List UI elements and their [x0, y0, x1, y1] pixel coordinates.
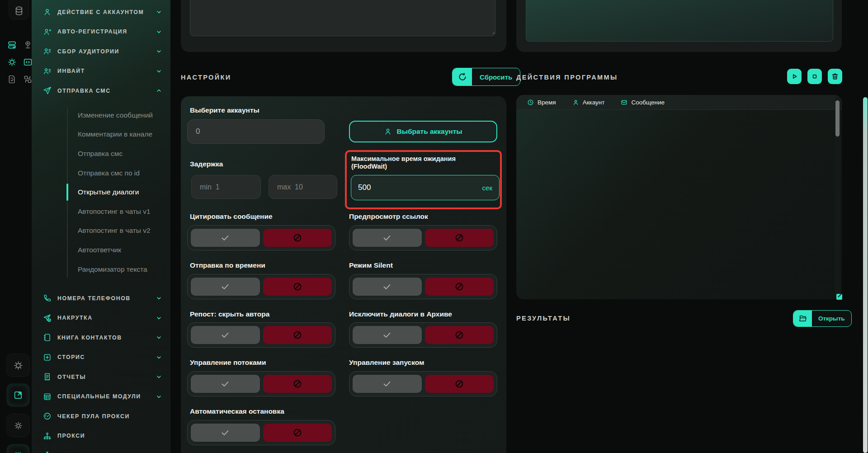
sidebar-item-invite[interactable]: ИНВАЙТ: [32, 61, 170, 81]
page-scrollbar-thumb[interactable]: [863, 97, 868, 453]
open-results-button[interactable]: Открыть: [793, 310, 852, 327]
submenu-item-autoresponder[interactable]: Автоответчик: [32, 241, 170, 260]
program-actions-table: Время Аккаунт Сообщение: [516, 95, 842, 299]
chevron-down-icon: [156, 28, 162, 35]
external-link-button[interactable]: [6, 383, 30, 407]
delay-max-input[interactable]: [269, 175, 337, 199]
stop-button[interactable]: [807, 69, 822, 84]
toggle-on-option[interactable]: [353, 229, 422, 247]
toggle-on-option[interactable]: [191, 229, 260, 247]
ban-icon: [454, 282, 464, 292]
sidebar-item-label: НАКРУТКА: [57, 315, 150, 321]
gear-icon[interactable]: [7, 57, 17, 67]
app-window: ДЕЙСТВИЕ С АККАУНТОМ АВТО-РЕГИСТРАЦИЯ СБ…: [0, 0, 868, 453]
sidebar-item-contact-book[interactable]: КНИГА КОНТАКТОВ: [32, 328, 170, 348]
toggle-off-option[interactable]: [425, 278, 494, 296]
floodwait-unit: сек: [482, 184, 492, 192]
toggle-off-option[interactable]: [425, 326, 494, 344]
toggle-label-timed-sending: Отправка по времени: [190, 261, 265, 269]
column-label: Время: [538, 99, 556, 106]
sidebar-item-stories[interactable]: СТОРИС: [32, 347, 170, 367]
chevron-down-icon: [156, 315, 162, 321]
message-textarea[interactable]: [190, 0, 495, 36]
database-button[interactable]: [9, 0, 29, 20]
sidebar-item-send-sms[interactable]: ОТПРАВКА СМС: [32, 81, 170, 101]
submenu-item-autoposting-v1[interactable]: Автопостинг в чаты v1: [32, 202, 170, 221]
program-actions-title: ДЕЙСТВИЯ ПРОГРАММЫ: [516, 74, 618, 81]
toggle-off-option[interactable]: [263, 326, 332, 344]
toggle-off-option[interactable]: [263, 229, 332, 247]
clear-button[interactable]: [828, 69, 842, 84]
floodwait-highlight-box: Максимальное время ожидания (FloodWait) …: [345, 150, 502, 209]
swap-icon[interactable]: [23, 74, 33, 84]
toggle-label-launch-control: Управление запуском: [349, 359, 425, 367]
submenu-item-open-dialogs[interactable]: Открытые диалоги: [32, 183, 170, 202]
sidebar-item-auto-registration[interactable]: АВТО-РЕГИСТРАЦИЯ: [32, 22, 170, 42]
sidebar-item-phone-numbers[interactable]: НОМЕРА ТЕЛЕФОНОВ: [32, 288, 170, 308]
toggle-on-option[interactable]: [353, 278, 422, 296]
sidebar-item-reports[interactable]: ОТЧЕТЫ: [32, 367, 170, 387]
theme-icon: [13, 420, 24, 431]
toggle-repost-hide-author: [187, 322, 335, 348]
equalizer-button[interactable]: [6, 444, 30, 453]
webcam-icon[interactable]: [23, 40, 33, 50]
toggle-on-option[interactable]: [353, 326, 422, 344]
user-icon: [384, 127, 392, 136]
sidebar-item-partners[interactable]: ПАРТНЕРЫ: [32, 446, 170, 453]
sidebar-item-boosting[interactable]: НАКРУТКА: [32, 308, 170, 328]
reset-button[interactable]: Сбросить: [452, 68, 520, 86]
column-label: Сообщение: [631, 99, 664, 106]
submenu-item-text-randomizer[interactable]: Рандомизатор текста: [32, 260, 170, 279]
chevron-down-icon: [156, 334, 162, 341]
server-icon[interactable]: [7, 40, 17, 50]
partners-icon: [43, 451, 52, 453]
paper-plane-check-icon: [43, 314, 52, 322]
toggle-on-option[interactable]: [191, 278, 260, 296]
toggle-on-option[interactable]: [191, 326, 260, 344]
delay-min-input[interactable]: [191, 175, 261, 199]
toggle-off-option[interactable]: [263, 375, 332, 393]
start-button[interactable]: [787, 69, 802, 84]
accounts-count-input[interactable]: [187, 119, 325, 144]
user-icon: [43, 8, 52, 16]
sidebar-item-proxy[interactable]: ПРОКСИ: [32, 426, 170, 446]
sidebar-item-label: ПРОКСИ: [57, 433, 162, 439]
submenu-item-message-editing[interactable]: Изменение сообщений: [32, 106, 170, 125]
toggle-on-option[interactable]: [191, 424, 260, 442]
submenu-item-send-sms-by-id[interactable]: Отправка смс по id: [32, 163, 170, 183]
ban-icon: [454, 379, 464, 389]
submenu-item-send-sms[interactable]: Отправка смс: [32, 144, 170, 164]
submenu-item-channel-comments[interactable]: Комментарии в канале: [32, 125, 170, 144]
theme-button[interactable]: [6, 414, 30, 437]
table-header: Время Аккаунт Сообщение: [516, 95, 842, 110]
table-scrollbar-thumb[interactable]: [835, 100, 840, 137]
toggle-label-auto-stop: Автоматическая остановка: [190, 407, 284, 415]
toggle-on-option[interactable]: [191, 375, 260, 393]
log-textarea[interactable]: [526, 0, 833, 42]
submenu-item-autoposting-v2[interactable]: Автопостинг в чаты v2: [32, 221, 170, 241]
folder-icon: [793, 311, 812, 326]
floodwait-input[interactable]: 500 сек: [351, 175, 500, 200]
check-icon: [382, 233, 392, 243]
toggle-on-option[interactable]: [353, 375, 422, 393]
select-accounts-button[interactable]: Выбрать аккаунты: [349, 121, 497, 142]
toggle-off-option[interactable]: [425, 229, 494, 247]
toggle-off-option[interactable]: [263, 424, 332, 442]
code-window-icon[interactable]: [23, 57, 33, 67]
check-icon: [382, 282, 392, 292]
sidebar-item-audience-collection[interactable]: СБОР АУДИТОРИИ: [32, 42, 170, 61]
sidebar-item-proxy-pool-checker[interactable]: ЧЕКЕР ПУЛА ПРОКСИ: [32, 406, 170, 426]
document-check-icon[interactable]: [7, 74, 17, 84]
sidebar-item-label: НОМЕРА ТЕЛЕФОНОВ: [57, 295, 150, 302]
user-plus-icon: [43, 28, 52, 36]
table-resize-handle[interactable]: [836, 294, 842, 300]
chevron-down-icon: [156, 393, 162, 400]
toggle-off-option[interactable]: [425, 375, 494, 393]
settings-button[interactable]: [6, 354, 30, 377]
check-icon: [220, 233, 230, 243]
sidebar-item-special-modules[interactable]: СПЕЦИАЛЬНЫЕ МОДУЛИ: [32, 387, 170, 406]
program-action-buttons: [787, 69, 842, 84]
sidebar-item-account-actions[interactable]: ДЕЙСТВИЕ С АККАУНТОМ: [32, 2, 170, 22]
database-icon: [14, 6, 24, 16]
toggle-off-option[interactable]: [263, 278, 332, 296]
